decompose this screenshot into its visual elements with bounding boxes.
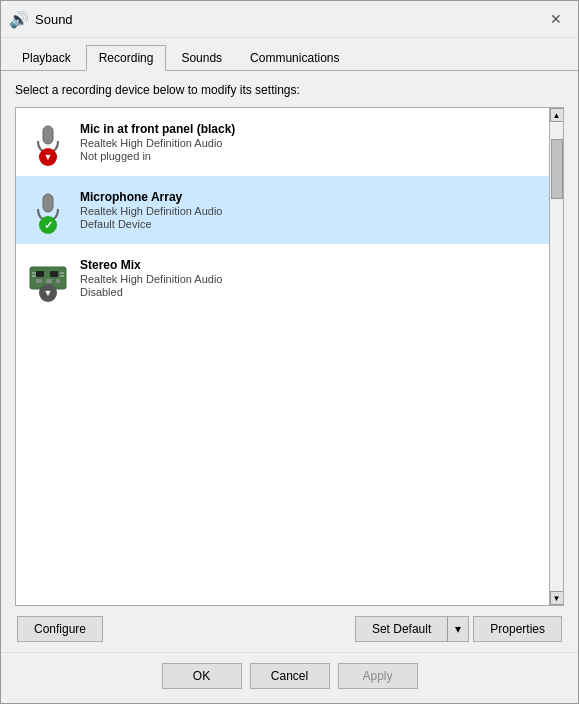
scrollbar-track xyxy=(550,122,563,591)
scrollbar-thumb[interactable] xyxy=(551,139,563,199)
ok-button[interactable]: OK xyxy=(162,663,242,689)
badge-mic-front xyxy=(39,148,57,166)
scrollbar-down-button[interactable]: ▼ xyxy=(550,591,564,605)
tab-recording[interactable]: Recording xyxy=(86,45,167,71)
badge-stereo-mix xyxy=(39,284,57,302)
close-button[interactable]: ✕ xyxy=(542,5,570,33)
tab-bar: Playback Recording Sounds Communications xyxy=(1,38,578,71)
device-driver-mic-front: Realtek High Definition Audio xyxy=(80,137,551,149)
device-status-mic-array: Default Device xyxy=(80,218,551,230)
svg-rect-8 xyxy=(50,271,58,277)
apply-button[interactable]: Apply xyxy=(338,663,418,689)
bottom-actions: Configure Set Default ▾ Properties xyxy=(15,616,564,642)
tab-sounds[interactable]: Sounds xyxy=(168,45,235,71)
set-default-button[interactable]: Set Default xyxy=(355,616,447,642)
set-default-dropdown-button[interactable]: ▾ xyxy=(447,616,469,642)
svg-rect-9 xyxy=(36,279,42,283)
device-item-mic-front[interactable]: Mic in at front panel (black) Realtek Hi… xyxy=(16,108,563,176)
device-item-mic-array[interactable]: Microphone Array Realtek High Definition… xyxy=(16,176,563,244)
device-list: Mic in at front panel (black) Realtek Hi… xyxy=(16,108,563,605)
svg-rect-11 xyxy=(56,279,60,283)
configure-button[interactable]: Configure xyxy=(17,616,103,642)
tab-communications[interactable]: Communications xyxy=(237,45,352,71)
scrollbar-up-button[interactable]: ▲ xyxy=(550,108,564,122)
device-status-stereo-mix: Disabled xyxy=(80,286,551,298)
window-icon: 🔊 xyxy=(9,9,29,29)
instruction-text: Select a recording device below to modif… xyxy=(15,83,564,97)
device-info-mic-array: Microphone Array Realtek High Definition… xyxy=(80,190,551,230)
scrollbar: ▲ ▼ xyxy=(549,108,563,605)
device-driver-mic-array: Realtek High Definition Audio xyxy=(80,205,551,217)
device-info-stereo-mix: Stereo Mix Realtek High Definition Audio… xyxy=(80,258,551,298)
device-icon-stereo-mix xyxy=(28,254,68,302)
device-driver-stereo-mix: Realtek High Definition Audio xyxy=(80,273,551,285)
svg-rect-0 xyxy=(43,126,53,144)
set-default-group: Set Default ▾ Properties xyxy=(355,616,562,642)
device-info-mic-front: Mic in at front panel (black) Realtek Hi… xyxy=(80,122,551,162)
tab-playback[interactable]: Playback xyxy=(9,45,84,71)
svg-rect-7 xyxy=(36,271,44,277)
device-list-container: Mic in at front panel (black) Realtek Hi… xyxy=(15,107,564,606)
tab-content: Select a recording device below to modif… xyxy=(1,71,578,652)
device-item-stereo-mix[interactable]: Stereo Mix Realtek High Definition Audio… xyxy=(16,244,563,312)
device-name-stereo-mix: Stereo Mix xyxy=(80,258,551,272)
sound-dialog: 🔊 Sound ✕ Playback Recording Sounds Comm… xyxy=(0,0,579,704)
svg-rect-10 xyxy=(46,279,52,283)
device-icon-mic-front xyxy=(28,118,68,166)
device-name-mic-front: Mic in at front panel (black) xyxy=(80,122,551,136)
title-bar: 🔊 Sound ✕ xyxy=(1,1,578,38)
properties-button[interactable]: Properties xyxy=(473,616,562,642)
badge-mic-array xyxy=(39,216,57,234)
dialog-buttons: OK Cancel Apply xyxy=(1,652,578,703)
cancel-button[interactable]: Cancel xyxy=(250,663,330,689)
device-name-mic-array: Microphone Array xyxy=(80,190,551,204)
svg-rect-3 xyxy=(43,194,53,212)
device-status-mic-front: Not plugged in xyxy=(80,150,551,162)
device-icon-mic-array xyxy=(28,186,68,234)
window-title: Sound xyxy=(35,12,542,27)
